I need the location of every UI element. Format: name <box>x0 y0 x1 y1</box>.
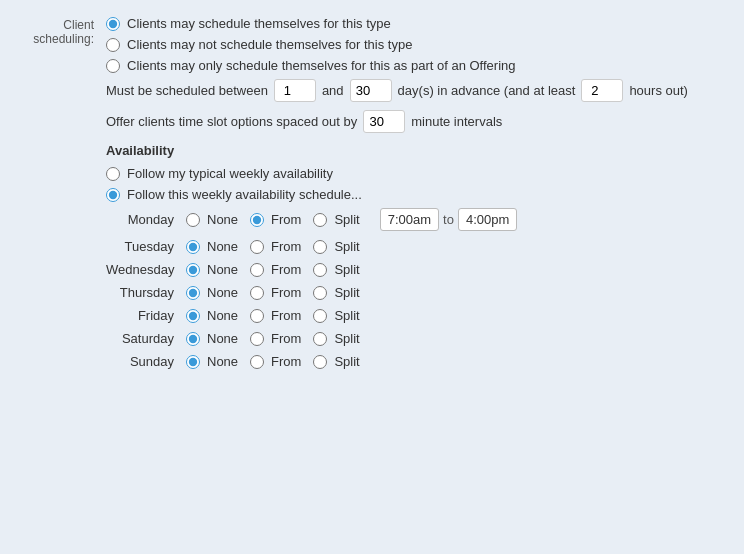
saturday-none-radio[interactable] <box>186 332 200 346</box>
saturday-label: Saturday <box>106 331 186 346</box>
saturday-split-label: Split <box>334 331 359 346</box>
tuesday-split-label: Split <box>334 239 359 254</box>
thursday-none-radio[interactable] <box>186 286 200 300</box>
wednesday-none-label: None <box>207 262 238 277</box>
monday-none-radio[interactable] <box>186 213 200 227</box>
sunday-from-label: From <box>271 354 301 369</box>
sunday-label: Sunday <box>106 354 186 369</box>
advance-prefix: Must be scheduled between <box>106 83 268 98</box>
friday-none-radio[interactable] <box>186 309 200 323</box>
availability-option-2-radio[interactable] <box>106 188 120 202</box>
scheduling-option-2-radio[interactable] <box>106 38 120 52</box>
friday-split-radio[interactable] <box>313 309 327 323</box>
tuesday-split-radio[interactable] <box>313 240 327 254</box>
sunday-options: None From Split <box>186 354 368 369</box>
sunday-split-radio[interactable] <box>313 355 327 369</box>
advance-schedule-line: Must be scheduled between and day(s) in … <box>106 79 728 102</box>
saturday-from-radio[interactable] <box>250 332 264 346</box>
friday-label: Friday <box>106 308 186 323</box>
saturday-options: None From Split <box>186 331 368 346</box>
saturday-none-label: None <box>207 331 238 346</box>
wednesday-from-label: From <box>271 262 301 277</box>
saturday-split-radio[interactable] <box>313 332 327 346</box>
availability-option-2-label: Follow this weekly availability schedule… <box>127 187 362 202</box>
saturday-from-label: From <box>271 331 301 346</box>
scheduling-option-2-row: Clients may not schedule themselves for … <box>106 37 728 52</box>
wednesday-label: Wednesday <box>106 262 186 277</box>
scheduling-options-col: Clients may schedule themselves for this… <box>106 16 728 377</box>
friday-split-label: Split <box>334 308 359 323</box>
sunday-from-radio[interactable] <box>250 355 264 369</box>
main-container: Clientscheduling: Clients may schedule t… <box>16 16 728 377</box>
monday-split-radio[interactable] <box>313 213 327 227</box>
hours-input[interactable] <box>581 79 623 102</box>
wednesday-row: Wednesday None From Split <box>106 262 728 277</box>
interval-line: Offer clients time slot options spaced o… <box>106 110 728 133</box>
monday-options: None From Split 7:00am to 4:00pm <box>186 208 517 231</box>
tuesday-none-label: None <box>207 239 238 254</box>
sunday-none-label: None <box>207 354 238 369</box>
monday-row: Monday None From Split 7:00am to 4:00pm <box>106 208 728 231</box>
availability-option-2-row: Follow this weekly availability schedule… <box>106 187 728 202</box>
thursday-row: Thursday None From Split <box>106 285 728 300</box>
saturday-row: Saturday None From Split <box>106 331 728 346</box>
client-scheduling-label: Clientscheduling: <box>16 16 106 46</box>
thursday-split-label: Split <box>334 285 359 300</box>
thursday-from-label: From <box>271 285 301 300</box>
thursday-label: Thursday <box>106 285 186 300</box>
sunday-none-radio[interactable] <box>186 355 200 369</box>
client-scheduling-row: Clientscheduling: Clients may schedule t… <box>16 16 728 377</box>
friday-row: Friday None From Split <box>106 308 728 323</box>
advance-suffix: day(s) in advance (and at least <box>398 83 576 98</box>
availability-option-1-label: Follow my typical weekly availability <box>127 166 333 181</box>
scheduling-option-1-label: Clients may schedule themselves for this… <box>127 16 391 31</box>
tuesday-from-label: From <box>271 239 301 254</box>
scheduling-option-1-radio[interactable] <box>106 17 120 31</box>
interval-suffix: minute intervals <box>411 114 502 129</box>
friday-none-label: None <box>207 308 238 323</box>
scheduling-option-2-label: Clients may not schedule themselves for … <box>127 37 412 52</box>
interval-prefix: Offer clients time slot options spaced o… <box>106 114 357 129</box>
scheduling-option-3-row: Clients may only schedule themselves for… <box>106 58 728 73</box>
friday-from-radio[interactable] <box>250 309 264 323</box>
tuesday-from-radio[interactable] <box>250 240 264 254</box>
interval-input[interactable] <box>363 110 405 133</box>
max-days-input[interactable] <box>350 79 392 102</box>
monday-from-radio[interactable] <box>250 213 264 227</box>
monday-from-time[interactable]: 7:00am <box>380 208 439 231</box>
monday-none-label: None <box>207 212 238 227</box>
scheduling-option-3-label: Clients may only schedule themselves for… <box>127 58 516 73</box>
monday-from-label: From <box>271 212 301 227</box>
wednesday-split-label: Split <box>334 262 359 277</box>
availability-title: Availability <box>106 143 728 158</box>
tuesday-label: Tuesday <box>106 239 186 254</box>
scheduling-option-3-radio[interactable] <box>106 59 120 73</box>
monday-time-range: 7:00am to 4:00pm <box>380 208 518 231</box>
scheduling-option-1-row: Clients may schedule themselves for this… <box>106 16 728 31</box>
monday-to-label: to <box>443 212 454 227</box>
monday-split-label: Split <box>334 212 359 227</box>
tuesday-options: None From Split <box>186 239 368 254</box>
hours-suffix: hours out) <box>629 83 688 98</box>
tuesday-row: Tuesday None From Split <box>106 239 728 254</box>
thursday-options: None From Split <box>186 285 368 300</box>
min-days-input[interactable] <box>274 79 316 102</box>
thursday-from-radio[interactable] <box>250 286 264 300</box>
wednesday-options: None From Split <box>186 262 368 277</box>
advance-and: and <box>322 83 344 98</box>
friday-from-label: From <box>271 308 301 323</box>
availability-section: Availability Follow my typical weekly av… <box>106 143 728 369</box>
availability-option-1-radio[interactable] <box>106 167 120 181</box>
wednesday-split-radio[interactable] <box>313 263 327 277</box>
tuesday-none-radio[interactable] <box>186 240 200 254</box>
sunday-row: Sunday None From Split <box>106 354 728 369</box>
wednesday-from-radio[interactable] <box>250 263 264 277</box>
monday-to-time[interactable]: 4:00pm <box>458 208 517 231</box>
availability-option-1-row: Follow my typical weekly availability <box>106 166 728 181</box>
friday-options: None From Split <box>186 308 368 323</box>
thursday-split-radio[interactable] <box>313 286 327 300</box>
sunday-split-label: Split <box>334 354 359 369</box>
thursday-none-label: None <box>207 285 238 300</box>
monday-label: Monday <box>106 212 186 227</box>
wednesday-none-radio[interactable] <box>186 263 200 277</box>
